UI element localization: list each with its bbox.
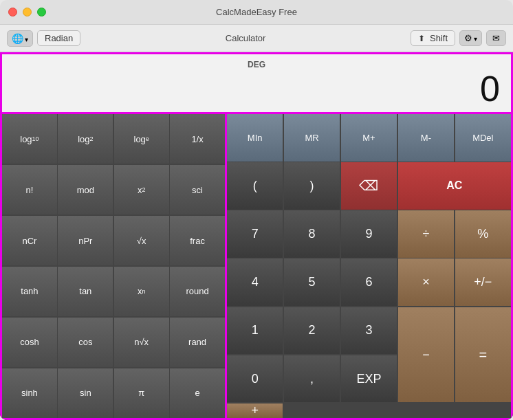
chevron-down-icon	[25, 33, 28, 44]
ac-button[interactable]: AC	[398, 162, 511, 210]
globe-icon: 🌐	[12, 33, 23, 44]
comma-button[interactable]: ,	[284, 355, 340, 403]
display: DEG 0	[0, 52, 513, 114]
sci-button[interactable]: sci	[170, 165, 225, 214]
mail-icon: ✉	[492, 33, 500, 43]
traffic-lights	[8, 8, 46, 16]
close-paren-button[interactable]: )	[284, 162, 340, 210]
log2-button[interactable]: log2	[58, 114, 113, 164]
mminus-button[interactable]: M-	[398, 114, 454, 162]
sqrt-button[interactable]: √x	[114, 216, 169, 265]
min-button[interactable]: MIn	[227, 114, 283, 162]
radian-button[interactable]: Radian	[37, 30, 80, 46]
maximize-button[interactable]	[37, 8, 46, 16]
mplus-button[interactable]: M+	[341, 114, 397, 162]
gear-button[interactable]: ⚙	[459, 30, 482, 46]
0-button[interactable]: 0	[227, 355, 283, 403]
globe-button[interactable]: 🌐	[7, 30, 33, 47]
minus-button[interactable]: −	[398, 307, 454, 403]
shift-arrow-icon	[418, 33, 427, 43]
log10-button[interactable]: log10	[2, 114, 57, 164]
1-button[interactable]: 1	[227, 307, 283, 355]
mod-button[interactable]: mod	[58, 165, 113, 214]
percent-button[interactable]: %	[455, 210, 511, 258]
exp-button[interactable]: EXP	[341, 355, 397, 403]
toolbar-center-label: Calculator	[226, 33, 266, 43]
5-button[interactable]: 5	[284, 258, 340, 306]
delete-button[interactable]: ⌫	[341, 162, 397, 210]
left-panel: log10 log2 loge 1/x n! mod x2 sci nCr nP…	[0, 114, 227, 420]
gear-icon: ⚙	[464, 33, 472, 43]
tan-button[interactable]: tan	[58, 267, 113, 316]
display-value: 0	[13, 71, 500, 107]
toolbar-left: 🌐 Radian	[7, 30, 80, 47]
plusminus-button[interactable]: +/−	[455, 258, 511, 306]
mail-button[interactable]: ✉	[486, 30, 506, 46]
3-button[interactable]: 3	[341, 307, 397, 355]
multiply-button[interactable]: ×	[398, 258, 454, 306]
4-button[interactable]: 4	[227, 258, 283, 306]
rand-button[interactable]: rand	[170, 318, 225, 367]
sin-button[interactable]: sin	[58, 368, 113, 418]
nroot-button[interactable]: n√x	[114, 318, 169, 367]
cosh-button[interactable]: cosh	[2, 318, 57, 367]
close-button[interactable]	[8, 8, 17, 16]
calc-body: log10 log2 loge 1/x n! mod x2 sci nCr nP…	[0, 114, 513, 420]
npr-button[interactable]: nPr	[58, 216, 113, 265]
tanh-button[interactable]: tanh	[2, 267, 57, 316]
toolbar: 🌐 Radian Calculator Shift ⚙ ✉	[0, 25, 513, 52]
loge-button[interactable]: loge	[114, 114, 169, 164]
cos-button[interactable]: cos	[58, 318, 113, 367]
factorial-button[interactable]: n!	[2, 165, 57, 214]
xn-button[interactable]: xn	[114, 267, 169, 316]
8-button[interactable]: 8	[284, 210, 340, 258]
mdel-button[interactable]: MDel	[455, 114, 511, 162]
app-title: CalcMadeEasy Free	[216, 7, 297, 17]
sinh-button[interactable]: sinh	[2, 368, 57, 418]
minimize-button[interactable]	[23, 8, 32, 16]
title-bar: CalcMadeEasy Free	[0, 0, 513, 25]
divide-button[interactable]: ÷	[398, 210, 454, 258]
shift-button[interactable]: Shift	[411, 30, 455, 46]
ncr-button[interactable]: nCr	[2, 216, 57, 265]
2-button[interactable]: 2	[284, 307, 340, 355]
square-button[interactable]: x2	[114, 165, 169, 214]
chevron-down-icon	[474, 33, 477, 43]
toolbar-right: Shift ⚙ ✉	[411, 30, 506, 46]
open-paren-button[interactable]: (	[227, 162, 283, 210]
frac-button[interactable]: frac	[170, 216, 225, 265]
pi-button[interactable]: π	[114, 368, 169, 418]
mr-button[interactable]: MR	[284, 114, 340, 162]
7-button[interactable]: 7	[227, 210, 283, 258]
right-panel: MIn MR M+ M- MDel ( ) ⌫ AC 7 8 9 ÷ % 4 5…	[227, 114, 513, 420]
e-button[interactable]: e	[170, 368, 225, 418]
6-button[interactable]: 6	[341, 258, 397, 306]
plus-button[interactable]: +	[227, 404, 283, 418]
round-button[interactable]: round	[170, 267, 225, 316]
reciprocal-button[interactable]: 1/x	[170, 114, 225, 164]
9-button[interactable]: 9	[341, 210, 397, 258]
equals-button[interactable]: =	[455, 307, 511, 403]
display-mode: DEG	[13, 60, 500, 69]
